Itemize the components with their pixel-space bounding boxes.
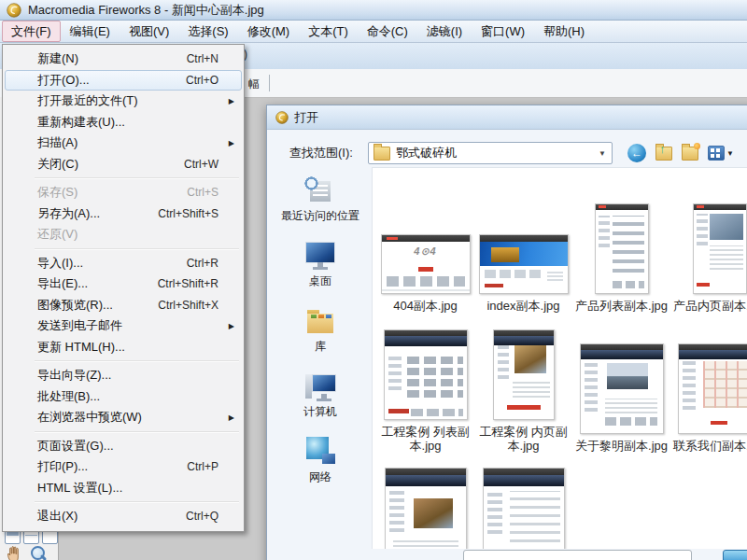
- menu-bar-item[interactable]: 编辑(E): [61, 21, 120, 42]
- file-grid: 4⊙4 404副本.jpg index副本.jpg 产品列表副本.jpg 产品内…: [376, 174, 747, 549]
- open-dialog: 打开 查找范围(I): 鄂式破碎机 ▼ ← ↑ ▼ 最近访问的位置: [266, 105, 747, 560]
- file-item[interactable]: index副本.jpg: [474, 174, 572, 314]
- menu-bar-item[interactable]: 选择(S): [178, 21, 237, 42]
- open-dialog-title: 打开: [294, 109, 318, 126]
- menu-bar-item[interactable]: 修改(M): [238, 21, 300, 42]
- file-menu-item[interactable]: 导出向导(Z)... ▶: [5, 365, 242, 386]
- file-menu-item[interactable]: 保存(S) Ctrl+S ▶: [5, 182, 242, 203]
- file-thumbnail: [483, 468, 565, 549]
- file-name-input[interactable]: [463, 550, 692, 560]
- places-bar-item[interactable]: 计算机: [272, 371, 369, 420]
- new-folder-icon[interactable]: [682, 147, 698, 161]
- menu-bar-item[interactable]: 滤镜(I): [417, 21, 472, 42]
- fireworks-dialog-icon: [275, 111, 289, 124]
- file-thumbnail: [595, 203, 649, 294]
- file-thumbnail: [385, 468, 467, 549]
- dialog-nav-toolbar: ← ↑ ▼: [627, 144, 734, 162]
- file-menu-item[interactable]: HTML 设置(L)... ▶: [5, 478, 242, 499]
- places-bar-item[interactable]: 网络: [272, 436, 369, 485]
- file-menu-item[interactable]: 打开最近的文件(T) ▶: [5, 91, 242, 112]
- tab-separator: [269, 75, 270, 91]
- file-menu-item[interactable]: 批处理(B)... ▶: [5, 386, 242, 408]
- full-screen-mode-button[interactable]: [42, 530, 58, 544]
- menu-separator: [35, 248, 239, 250]
- submenu-arrow-icon: ▶: [229, 139, 234, 147]
- computer-icon: [303, 371, 337, 402]
- file-item[interactable]: [376, 454, 474, 549]
- recent-places-icon: [303, 175, 337, 206]
- screen-mode-buttons: [5, 530, 58, 544]
- menu-bar-item[interactable]: 命令(C): [358, 21, 417, 42]
- look-in-dropdown[interactable]: 鄂式破碎机 ▼: [368, 142, 613, 164]
- views-menu-icon[interactable]: ▼: [708, 146, 734, 161]
- file-thumbnail: [693, 203, 747, 294]
- file-menu-item[interactable]: 导出(E)... Ctrl+Shift+R ▶: [5, 273, 242, 295]
- file-thumbnail: [580, 343, 664, 434]
- file-list-area: 4⊙4 404副本.jpg index副本.jpg 产品列表副本.jpg 产品内…: [372, 167, 747, 549]
- zoom-tool-icon[interactable]: [30, 546, 47, 560]
- file-item[interactable]: 关于黎明副本.jpg: [572, 314, 670, 454]
- menu-separator: [35, 501, 239, 503]
- file-menu-dropdown: 新建(N) Ctrl+N ▶ 打开(O)... Ctrl+O ▶ 打开最近的文件…: [2, 44, 245, 532]
- file-menu-item[interactable]: 页面设置(G)... ▶: [5, 436, 242, 457]
- desktop-icon: [303, 240, 337, 272]
- window-title: Macromedia Fireworks 8 - 新闻中心副本.jpg: [28, 2, 264, 19]
- places-bar-item[interactable]: 最近访问的位置: [272, 175, 369, 224]
- file-item[interactable]: 工程案例 列表副本.jpg: [376, 314, 474, 454]
- document-tab-fragment[interactable]: 幅: [248, 77, 260, 92]
- menu-bar: 文件(F)编辑(E)视图(V)选择(S)修改(M)文本(T)命令(C)滤镜(I)…: [0, 21, 747, 43]
- open-dialog-title-bar[interactable]: 打开: [267, 105, 747, 130]
- libraries-icon: [303, 305, 337, 337]
- file-item[interactable]: 4⊙4 404副本.jpg: [376, 174, 474, 314]
- chevron-down-icon: ▼: [599, 149, 606, 158]
- folder-icon: [374, 147, 390, 161]
- menu-bar-item[interactable]: 窗口(W): [472, 21, 534, 42]
- file-thumbnail: [384, 329, 468, 420]
- menu-bar-item[interactable]: 文件(F): [2, 21, 61, 42]
- menu-bar-item[interactable]: 帮助(H): [534, 21, 594, 42]
- submenu-arrow-icon: ▶: [229, 97, 234, 105]
- file-item[interactable]: [474, 454, 572, 549]
- file-menu-item[interactable]: 导入(I)... Ctrl+R ▶: [5, 253, 242, 274]
- file-menu-item[interactable]: 更新 HTML(H)... ▶: [5, 337, 242, 358]
- look-in-value: 鄂式破碎机: [396, 145, 612, 161]
- app-window: ) 幅 视图 Macromedia Fireworks 8 - 新闻中心副本.j…: [0, 0, 747, 560]
- network-icon: [303, 436, 337, 468]
- title-bar: Macromedia Fireworks 8 - 新闻中心副本.jpg: [0, 0, 747, 21]
- up-one-level-icon[interactable]: ↑: [655, 147, 672, 161]
- file-menu-item[interactable]: 图像预览(R)... Ctrl+Shift+X ▶: [5, 295, 242, 316]
- places-bar: 最近访问的位置 桌面 库 计算机 网络: [271, 175, 370, 485]
- file-thumbnail: [493, 329, 555, 420]
- file-menu-item[interactable]: 在浏览器中预览(W) ▶: [5, 407, 242, 428]
- full-screen-with-menus-mode-button[interactable]: [23, 530, 39, 544]
- file-item[interactable]: 产品列表副本.jpg: [572, 174, 670, 314]
- menu-separator: [35, 431, 239, 433]
- standard-screen-mode-button[interactable]: [5, 530, 21, 544]
- menu-separator: [35, 360, 239, 362]
- file-menu-item[interactable]: 关闭(C) Ctrl+W ▶: [5, 154, 242, 175]
- file-menu-item[interactable]: 退出(X) Ctrl+Q ▶: [5, 506, 242, 527]
- file-item[interactable]: 联系我们副本.jpg: [670, 314, 747, 454]
- file-item[interactable]: 产品内页副本.jpg: [670, 174, 747, 314]
- file-item[interactable]: 工程案例 内页副本.jpg: [474, 314, 572, 454]
- menu-bar-item[interactable]: 视图(V): [120, 21, 178, 42]
- look-in-row: 查找范围(I): 鄂式破碎机 ▼ ← ↑ ▼: [267, 141, 747, 165]
- back-icon[interactable]: ←: [627, 144, 646, 162]
- file-menu-item[interactable]: 另存为(A)... Ctrl+Shift+S ▶: [5, 203, 242, 225]
- places-bar-item[interactable]: 桌面: [272, 240, 369, 289]
- file-menu-item[interactable]: 打印(P)... Ctrl+P ▶: [5, 456, 242, 478]
- look-in-label: 查找范围(I):: [289, 145, 368, 161]
- hand-tool-icon[interactable]: [6, 545, 24, 560]
- open-button[interactable]: [723, 550, 747, 560]
- menu-bar-item[interactable]: 文本(T): [299, 21, 358, 42]
- file-menu-item[interactable]: 重新构建表(U)... ▶: [5, 112, 242, 133]
- file-menu-item[interactable]: 扫描(A) ▶: [5, 133, 242, 154]
- menu-separator: [35, 177, 239, 179]
- file-menu-item[interactable]: 发送到电子邮件 ▶: [5, 315, 242, 337]
- file-menu-item[interactable]: 还原(V) ▶: [5, 224, 242, 245]
- submenu-arrow-icon: ▶: [229, 322, 234, 330]
- file-menu-item[interactable]: 新建(N) Ctrl+N ▶: [5, 49, 242, 70]
- submenu-arrow-icon: ▶: [229, 413, 234, 422]
- file-menu-item[interactable]: 打开(O)... Ctrl+O ▶: [5, 70, 242, 91]
- places-bar-item[interactable]: 库: [272, 305, 369, 355]
